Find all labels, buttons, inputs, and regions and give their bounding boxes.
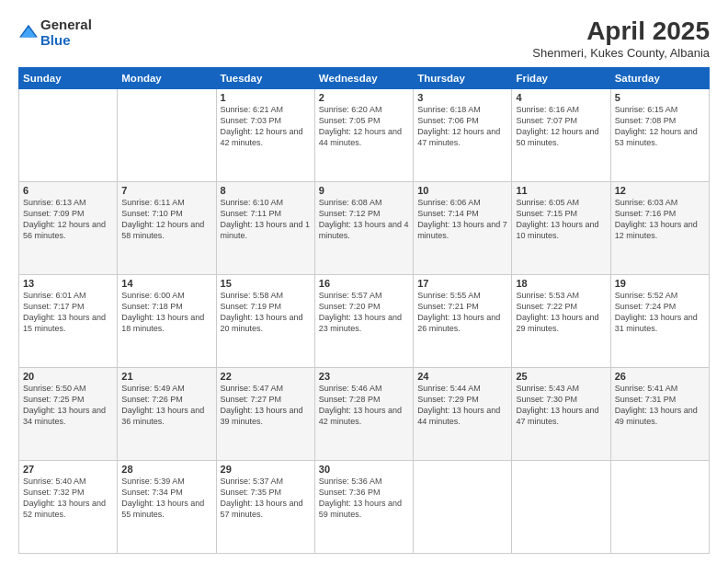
day-number: 24: [417, 371, 507, 382]
day-info: Sunrise: 6:01 AM Sunset: 7:17 PM Dayligh…: [23, 290, 113, 335]
table-row: [118, 89, 216, 182]
day-number: 23: [319, 371, 409, 382]
day-number: 1: [221, 92, 311, 103]
day-info: Sunrise: 5:49 AM Sunset: 7:26 PM Dayligh…: [121, 383, 211, 428]
day-info: Sunrise: 5:39 AM Sunset: 7:34 PM Dayligh…: [121, 476, 211, 521]
day-info: Sunrise: 5:36 AM Sunset: 7:36 PM Dayligh…: [319, 476, 409, 521]
table-row: 11Sunrise: 6:05 AM Sunset: 7:15 PM Dayli…: [512, 182, 610, 275]
table-row: 27Sunrise: 5:40 AM Sunset: 7:32 PM Dayli…: [19, 461, 118, 554]
day-number: 20: [23, 371, 113, 382]
table-row: 8Sunrise: 6:10 AM Sunset: 7:11 PM Daylig…: [216, 182, 314, 275]
day-info: Sunrise: 5:44 AM Sunset: 7:29 PM Dayligh…: [417, 383, 507, 428]
day-info: Sunrise: 6:00 AM Sunset: 7:18 PM Dayligh…: [121, 290, 211, 335]
day-info: Sunrise: 5:37 AM Sunset: 7:35 PM Dayligh…: [221, 476, 311, 521]
table-row: 25Sunrise: 5:43 AM Sunset: 7:30 PM Dayli…: [512, 368, 610, 461]
table-row: 26Sunrise: 5:41 AM Sunset: 7:31 PM Dayli…: [610, 368, 709, 461]
day-number: 6: [23, 185, 113, 196]
day-number: 9: [319, 185, 409, 196]
day-number: 5: [615, 92, 705, 103]
day-info: Sunrise: 6:03 AM Sunset: 7:16 PM Dayligh…: [615, 197, 705, 242]
day-number: 14: [121, 278, 211, 289]
day-number: 13: [23, 278, 113, 289]
col-friday: Friday: [512, 68, 610, 89]
table-row: 22Sunrise: 5:47 AM Sunset: 7:27 PM Dayli…: [216, 368, 314, 461]
table-row: 5Sunrise: 6:15 AM Sunset: 7:08 PM Daylig…: [610, 89, 709, 182]
table-row: [414, 461, 512, 554]
day-number: 10: [417, 185, 507, 196]
table-row: 3Sunrise: 6:18 AM Sunset: 7:06 PM Daylig…: [414, 89, 512, 182]
table-row: 28Sunrise: 5:39 AM Sunset: 7:34 PM Dayli…: [118, 461, 216, 554]
table-row: 30Sunrise: 5:36 AM Sunset: 7:36 PM Dayli…: [314, 461, 413, 554]
day-info: Sunrise: 6:08 AM Sunset: 7:12 PM Dayligh…: [319, 197, 409, 242]
day-info: Sunrise: 5:55 AM Sunset: 7:21 PM Dayligh…: [417, 290, 507, 335]
day-number: 7: [121, 185, 211, 196]
day-info: Sunrise: 6:11 AM Sunset: 7:10 PM Dayligh…: [121, 197, 211, 242]
day-number: 30: [319, 464, 409, 475]
location-subtitle: Shenmeri, Kukes County, Albania: [532, 46, 710, 60]
day-number: 21: [121, 371, 211, 382]
col-saturday: Saturday: [610, 68, 709, 89]
day-info: Sunrise: 6:13 AM Sunset: 7:09 PM Dayligh…: [23, 197, 113, 242]
table-row: 18Sunrise: 5:53 AM Sunset: 7:22 PM Dayli…: [512, 275, 610, 368]
day-number: 15: [221, 278, 311, 289]
header: General Blue April 2025 Shenmeri, Kukes …: [18, 17, 710, 60]
col-monday: Monday: [118, 68, 216, 89]
logo-general: General: [40, 17, 92, 32]
day-info: Sunrise: 5:50 AM Sunset: 7:25 PM Dayligh…: [23, 383, 113, 428]
table-row: 12Sunrise: 6:03 AM Sunset: 7:16 PM Dayli…: [610, 182, 709, 275]
calendar-table: Sunday Monday Tuesday Wednesday Thursday…: [18, 67, 710, 554]
day-info: Sunrise: 6:06 AM Sunset: 7:14 PM Dayligh…: [417, 197, 507, 242]
logo-blue: Blue: [40, 32, 71, 48]
table-row: 9Sunrise: 6:08 AM Sunset: 7:12 PM Daylig…: [314, 182, 413, 275]
day-info: Sunrise: 6:18 AM Sunset: 7:06 PM Dayligh…: [417, 104, 507, 149]
table-row: 1Sunrise: 6:21 AM Sunset: 7:03 PM Daylig…: [216, 89, 314, 182]
table-row: 29Sunrise: 5:37 AM Sunset: 7:35 PM Dayli…: [216, 461, 314, 554]
day-number: 2: [319, 92, 409, 103]
logo-icon: [18, 22, 39, 42]
day-number: 29: [221, 464, 311, 475]
page: General Blue April 2025 Shenmeri, Kukes …: [0, 0, 728, 563]
day-info: Sunrise: 5:47 AM Sunset: 7:27 PM Dayligh…: [221, 383, 311, 428]
day-number: 18: [516, 278, 606, 289]
calendar-week-5: 27Sunrise: 5:40 AM Sunset: 7:32 PM Dayli…: [19, 461, 710, 554]
calendar-week-3: 13Sunrise: 6:01 AM Sunset: 7:17 PM Dayli…: [19, 275, 710, 368]
day-info: Sunrise: 6:20 AM Sunset: 7:05 PM Dayligh…: [319, 104, 409, 149]
table-row: 19Sunrise: 5:52 AM Sunset: 7:24 PM Dayli…: [610, 275, 709, 368]
table-row: 4Sunrise: 6:16 AM Sunset: 7:07 PM Daylig…: [512, 89, 610, 182]
day-info: Sunrise: 5:46 AM Sunset: 7:28 PM Dayligh…: [319, 383, 409, 428]
calendar-week-1: 1Sunrise: 6:21 AM Sunset: 7:03 PM Daylig…: [19, 89, 710, 182]
table-row: 16Sunrise: 5:57 AM Sunset: 7:20 PM Dayli…: [314, 275, 413, 368]
calendar-body: 1Sunrise: 6:21 AM Sunset: 7:03 PM Daylig…: [19, 89, 710, 554]
day-info: Sunrise: 5:53 AM Sunset: 7:22 PM Dayligh…: [516, 290, 606, 335]
table-row: 6Sunrise: 6:13 AM Sunset: 7:09 PM Daylig…: [19, 182, 118, 275]
day-info: Sunrise: 6:16 AM Sunset: 7:07 PM Dayligh…: [516, 104, 606, 149]
table-row: [610, 461, 709, 554]
day-number: 16: [319, 278, 409, 289]
day-info: Sunrise: 6:10 AM Sunset: 7:11 PM Dayligh…: [221, 197, 311, 242]
title-block: April 2025 Shenmeri, Kukes County, Alban…: [532, 17, 710, 60]
day-info: Sunrise: 5:41 AM Sunset: 7:31 PM Dayligh…: [615, 383, 705, 428]
day-number: 3: [417, 92, 507, 103]
day-info: Sunrise: 5:52 AM Sunset: 7:24 PM Dayligh…: [615, 290, 705, 335]
day-number: 8: [221, 185, 311, 196]
day-number: 11: [516, 185, 606, 196]
table-row: 2Sunrise: 6:20 AM Sunset: 7:05 PM Daylig…: [314, 89, 413, 182]
col-thursday: Thursday: [414, 68, 512, 89]
table-row: 10Sunrise: 6:06 AM Sunset: 7:14 PM Dayli…: [414, 182, 512, 275]
day-number: 28: [121, 464, 211, 475]
table-row: [19, 89, 118, 182]
day-info: Sunrise: 5:40 AM Sunset: 7:32 PM Dayligh…: [23, 476, 113, 521]
table-row: 14Sunrise: 6:00 AM Sunset: 7:18 PM Dayli…: [118, 275, 216, 368]
table-row: [512, 461, 610, 554]
col-tuesday: Tuesday: [216, 68, 314, 89]
calendar-week-4: 20Sunrise: 5:50 AM Sunset: 7:25 PM Dayli…: [19, 368, 710, 461]
day-number: 19: [615, 278, 705, 289]
table-row: 21Sunrise: 5:49 AM Sunset: 7:26 PM Dayli…: [118, 368, 216, 461]
col-wednesday: Wednesday: [314, 68, 413, 89]
day-info: Sunrise: 5:57 AM Sunset: 7:20 PM Dayligh…: [319, 290, 409, 335]
calendar-header-row: Sunday Monday Tuesday Wednesday Thursday…: [19, 68, 710, 89]
table-row: 13Sunrise: 6:01 AM Sunset: 7:17 PM Dayli…: [19, 275, 118, 368]
day-info: Sunrise: 6:05 AM Sunset: 7:15 PM Dayligh…: [516, 197, 606, 242]
day-number: 25: [516, 371, 606, 382]
calendar-week-2: 6Sunrise: 6:13 AM Sunset: 7:09 PM Daylig…: [19, 182, 710, 275]
